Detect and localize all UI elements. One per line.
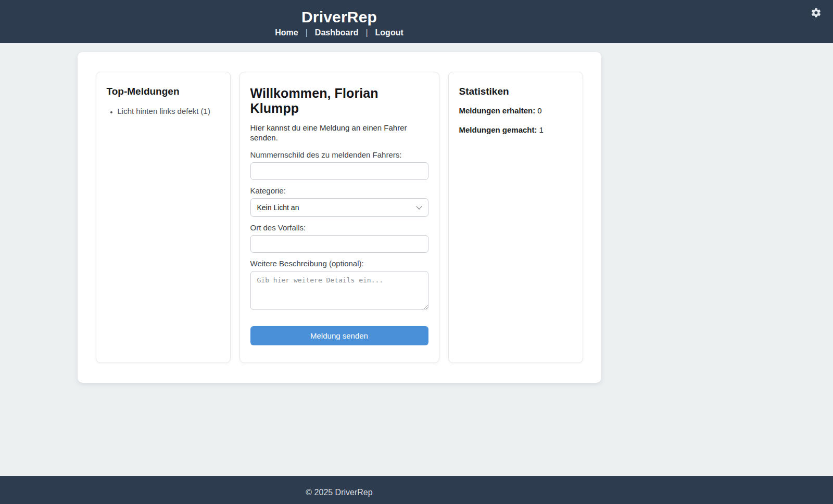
nav-link-dashboard[interactable]: Dashboard: [315, 28, 359, 37]
stat-value: 1: [539, 125, 544, 134]
main-panel: Top-Meldungen Licht hinten links defekt …: [78, 52, 601, 383]
submit-report-button[interactable]: Meldung senden: [250, 326, 428, 345]
welcome-subtitle: Hier kannst du eine Meldung an einen Fah…: [250, 123, 428, 143]
list-item: Licht hinten links defekt (1): [118, 106, 220, 117]
description-label: Weitere Beschreibung (optional):: [250, 259, 428, 268]
main-area: Top-Meldungen Licht hinten links defekt …: [0, 52, 833, 476]
app-header: DriverRep Home | Dashboard | Logout: [0, 0, 833, 43]
category-select[interactable]: Kein Licht an: [250, 198, 428, 217]
top-meldungen-title: Top-Meldungen: [107, 86, 220, 97]
app-title: DriverRep: [301, 8, 377, 25]
header-content: DriverRep Home | Dashboard | Logout: [0, 0, 678, 43]
nav-separator: |: [306, 28, 308, 37]
license-plate-input[interactable]: [250, 162, 428, 180]
nav-separator: |: [365, 28, 368, 37]
report-form: Nummernschild des zu meldenden Fahrers: …: [250, 150, 428, 345]
report-form-card: Willkommen, Florian Klumpp Hier kannst d…: [239, 72, 439, 363]
app-footer: © 2025 DriverRep: [0, 476, 833, 504]
main-nav: Home | Dashboard | Logout: [275, 28, 403, 37]
category-label: Kategorie:: [250, 186, 428, 195]
settings-gear-icon[interactable]: [810, 7, 822, 18]
location-label: Ort des Vorfalls:: [250, 223, 428, 232]
top-meldungen-list: Licht hinten links defekt (1): [107, 106, 220, 117]
statistics-card: Statistiken Meldungen erhalten:0 Meldung…: [448, 72, 583, 363]
nav-link-logout[interactable]: Logout: [375, 28, 403, 37]
welcome-title: Willkommen, Florian Klumpp: [250, 86, 428, 116]
description-textarea[interactable]: [250, 271, 428, 310]
category-select-wrap: Kein Licht an: [250, 198, 428, 217]
stat-row-made: Meldungen gemacht:1: [459, 125, 572, 135]
copyright-text: © 2025 DriverRep: [306, 488, 372, 497]
stat-value: 0: [537, 106, 541, 115]
nav-link-home[interactable]: Home: [275, 28, 298, 37]
license-plate-label: Nummernschild des zu meldenden Fahrers:: [250, 150, 428, 159]
stat-label: Meldungen gemacht:: [459, 125, 537, 134]
top-meldungen-card: Top-Meldungen Licht hinten links defekt …: [96, 72, 231, 363]
statistics-title: Statistiken: [459, 86, 572, 97]
location-input[interactable]: [250, 235, 428, 253]
stat-label: Meldungen erhalten:: [459, 106, 536, 115]
stat-row-received: Meldungen erhalten:0: [459, 106, 572, 116]
